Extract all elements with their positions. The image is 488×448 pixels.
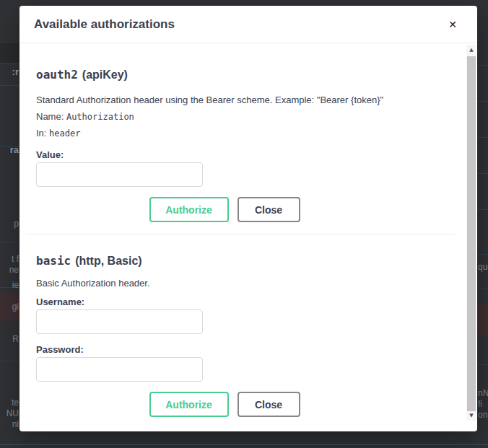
backdrop-text-fragment: :r bbox=[12, 67, 19, 77]
button-row: Authorize Close bbox=[36, 392, 446, 417]
value-label: Value: bbox=[36, 149, 446, 160]
backdrop-left-strip: :rrapt fneiegiRteNUnl bbox=[0, 0, 19, 448]
backdrop-text-fragment: fi bbox=[478, 399, 482, 409]
scheme-type: (apiKey) bbox=[82, 69, 128, 81]
meta-value: Authorization bbox=[66, 112, 134, 122]
backdrop-text-fragment: gi bbox=[12, 302, 19, 312]
authorizations-modal: Available authorizations ✕ oauth2(apiKey… bbox=[19, 6, 477, 431]
backdrop-text-fragment: NU bbox=[6, 408, 19, 418]
username-input[interactable] bbox=[36, 309, 203, 334]
scroll-down-icon[interactable]: ▼ bbox=[466, 410, 476, 421]
backdrop-text-fragment: nl bbox=[12, 419, 19, 429]
backdrop-text-fragment: nN bbox=[478, 388, 488, 398]
modal-header: Available authorizations ✕ bbox=[19, 6, 477, 43]
scheme-name: oauth2 bbox=[36, 68, 78, 82]
modal-title: Available authorizations bbox=[34, 17, 175, 32]
meta-label: In: bbox=[36, 128, 46, 139]
backdrop-text-fragment: p bbox=[14, 219, 19, 229]
backdrop-text-fragment: te bbox=[12, 398, 19, 408]
scheme-description: Basic Authorization header. bbox=[36, 278, 446, 289]
backdrop-text-fragment: ra bbox=[10, 145, 19, 155]
username-label: Username: bbox=[36, 297, 446, 307]
backdrop-row-divider bbox=[0, 444, 488, 445]
auth-section-oauth2: oauth2(apiKey) Standard Authorization he… bbox=[36, 68, 446, 222]
password-input[interactable] bbox=[36, 357, 203, 382]
close-button[interactable]: Close bbox=[238, 392, 300, 417]
authorize-button[interactable]: Authorize bbox=[149, 392, 229, 417]
backdrop-text-fragment: R bbox=[12, 334, 19, 344]
section-divider bbox=[26, 234, 456, 234]
backdrop-text-fragment: ie bbox=[12, 280, 19, 290]
scheme-type: (http, Basic) bbox=[75, 255, 141, 267]
authorize-button[interactable]: Authorize bbox=[149, 197, 229, 222]
modal-body: oauth2(apiKey) Standard Authorization he… bbox=[19, 68, 477, 417]
backdrop-text-fragment: ne bbox=[9, 265, 19, 275]
scheme-heading: oauth2(apiKey) bbox=[36, 68, 446, 82]
modal-scrollbar[interactable]: ▲ ▼ bbox=[466, 45, 476, 421]
scheme-name: basic bbox=[36, 254, 71, 268]
password-label: Password: bbox=[36, 344, 446, 355]
close-icon[interactable]: ✕ bbox=[448, 19, 457, 30]
backdrop-text-fragment: t f bbox=[12, 254, 19, 264]
close-button[interactable]: Close bbox=[238, 197, 300, 222]
scroll-up-icon[interactable]: ▲ bbox=[466, 45, 476, 55]
meta-value: header bbox=[49, 128, 80, 139]
scheme-description: Standard Authorization header using the … bbox=[36, 95, 446, 106]
auth-section-basic: basic(http, Basic) Basic Authorization h… bbox=[36, 254, 446, 417]
scheme-meta-name: Name: Authorization bbox=[36, 111, 446, 123]
scheme-heading: basic(http, Basic) bbox=[36, 254, 446, 268]
backdrop-text-fragment: que bbox=[478, 262, 488, 272]
value-input[interactable] bbox=[36, 162, 203, 187]
backdrop-right-strip: quenNfion bbox=[477, 0, 488, 448]
meta-label: Name: bbox=[36, 111, 64, 122]
scheme-meta-in: In: header bbox=[36, 128, 446, 139]
backdrop-text-fragment: on bbox=[478, 410, 487, 420]
scrollbar-thumb[interactable] bbox=[467, 56, 476, 411]
button-row: Authorize Close bbox=[36, 197, 446, 222]
